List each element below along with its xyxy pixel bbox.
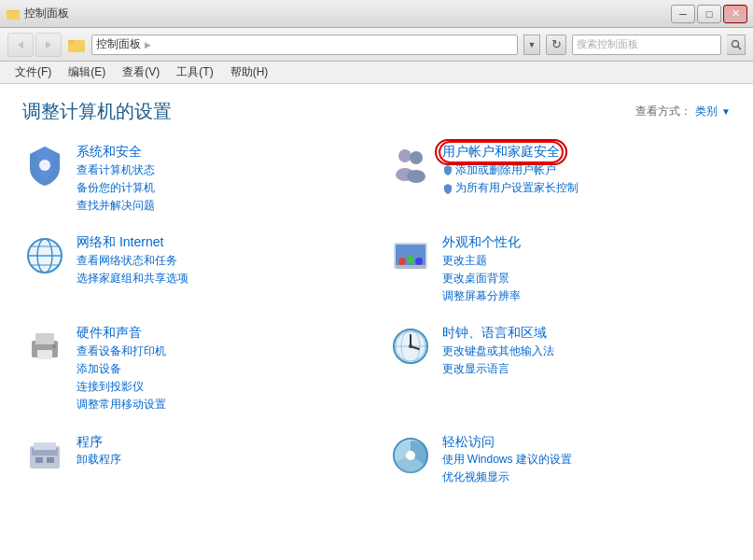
system-security-link-2[interactable]: 查找并解决问题 [77, 197, 366, 215]
system-security-link-0[interactable]: 查看计算机状态 [77, 161, 366, 179]
svg-point-13 [407, 170, 425, 183]
system-security-link-1[interactable]: 备份您的计算机 [77, 179, 366, 197]
minimize-button[interactable]: ─ [671, 5, 695, 23]
svg-rect-2 [7, 11, 20, 20]
programs-text: 程序 卸载程序 [77, 433, 366, 469]
search-placeholder: 搜索控制面板 [577, 37, 638, 51]
svg-rect-6 [68, 40, 75, 43]
clock-lang-link-1[interactable]: 更改显示语言 [442, 360, 732, 378]
hardware-link-3[interactable]: 调整常用移动设置 [77, 396, 366, 413]
svg-rect-28 [37, 350, 52, 359]
menu-view[interactable]: 查看(V) [115, 63, 167, 82]
title-bar-left: 控制面板 [6, 6, 69, 21]
system-security-text: 系统和安全 查看计算机状态 备份您的计算机 查找并解决问题 [77, 143, 366, 215]
hardware-title[interactable]: 硬件和声音 [77, 324, 366, 343]
svg-point-24 [407, 256, 414, 263]
svg-rect-39 [34, 442, 56, 450]
network-icon [22, 233, 67, 278]
svg-line-8 [737, 46, 741, 49]
hardware-link-0[interactable]: 查看设备和打印机 [77, 343, 366, 360]
address-arrow: ▶ [145, 40, 151, 49]
search-button[interactable] [727, 35, 746, 55]
clock-lang-text: 时钟、语言和区域 更改键盘或其他输入法 更改显示语言 [442, 324, 732, 378]
svg-point-12 [410, 151, 423, 164]
accessibility-icon [388, 433, 433, 478]
appearance-text: 外观和个性化 更改主题 更改桌面背景 调整屏幕分辨率 [442, 233, 732, 305]
svg-marker-3 [18, 41, 23, 49]
menu-edit[interactable]: 编辑(E) [61, 63, 113, 82]
accessibility-link-0[interactable]: 使用 Windows 建议的设置 [442, 451, 732, 469]
programs-link-0[interactable]: 卸载程序 [77, 451, 366, 469]
shield-small-icon [442, 164, 453, 175]
menu-file[interactable]: 文件(F) [7, 63, 59, 82]
refresh-button[interactable]: ↻ [546, 35, 566, 55]
list-item: 时钟、语言和区域 更改键盘或其他输入法 更改显示语言 [388, 324, 732, 413]
list-item: 外观和个性化 更改主题 更改桌面背景 调整屏幕分辨率 [388, 233, 732, 305]
svg-point-25 [415, 258, 423, 265]
view-value[interactable]: 类别 [695, 104, 718, 119]
address-bar[interactable]: 控制面板 ▶ [91, 35, 518, 55]
hardware-icon [22, 324, 67, 369]
address-text: 控制面板 [96, 36, 141, 52]
menu-bar: 文件(F) 编辑(E) 查看(V) 工具(T) 帮助(H) [0, 62, 753, 84]
shield-small-icon2 [442, 183, 453, 194]
system-security-icon [22, 143, 67, 188]
svg-point-43 [406, 451, 415, 460]
network-title[interactable]: 网络和 Internet [77, 233, 366, 252]
search-box[interactable]: 搜索控制面板 [572, 35, 721, 55]
content-area: 调整计算机的设置 查看方式： 类别 ▼ 系统和安全 查看 [0, 84, 753, 560]
appearance-link-1[interactable]: 更改桌面背景 [442, 270, 732, 287]
svg-rect-41 [47, 457, 54, 463]
hardware-link-1[interactable]: 添加设备 [77, 360, 366, 378]
list-item: 轻松访问 使用 Windows 建议的设置 优化视频显示 [388, 433, 732, 487]
network-text: 网络和 Internet 查看网络状态和任务 选择家庭组和共享选项 [77, 233, 366, 287]
user-accounts-link-1[interactable]: 为所有用户设置家长控制 [442, 179, 732, 197]
clock-lang-link-0[interactable]: 更改键盘或其他输入法 [442, 343, 732, 360]
list-item: 网络和 Internet 查看网络状态和任务 选择家庭组和共享选项 [22, 233, 366, 305]
svg-point-19 [28, 239, 62, 273]
network-link-0[interactable]: 查看网络状态和任务 [77, 252, 366, 270]
clock-lang-icon [388, 324, 433, 369]
user-accounts-link-0[interactable]: 添加或删除用户帐户 [442, 161, 732, 179]
user-accounts-title[interactable]: 用户帐户和家庭安全 [442, 143, 560, 161]
hardware-link-2[interactable]: 连接到投影仪 [77, 378, 366, 396]
svg-rect-22 [396, 265, 425, 269]
appearance-title[interactable]: 外观和个性化 [442, 233, 732, 252]
nav-folder-icon [67, 35, 86, 54]
view-dropdown-icon[interactable]: ▼ [721, 106, 731, 117]
nav-bar: 控制面板 ▶ ▼ ↻ 搜索控制面板 [0, 28, 753, 62]
programs-icon [22, 433, 67, 478]
list-item: 硬件和声音 查看设备和打印机 添加设备 连接到投影仪 调整常用移动设置 [22, 324, 366, 413]
menu-help[interactable]: 帮助(H) [223, 63, 276, 82]
menu-tools[interactable]: 工具(T) [169, 63, 220, 82]
network-link-1[interactable]: 选择家庭组和共享选项 [77, 270, 366, 287]
list-item: 用户帐户和家庭安全 添加或删除用户帐户 为所有用户设置家长控制 [388, 143, 732, 215]
page-title: 调整计算机的设置 [22, 99, 172, 124]
svg-point-10 [398, 149, 411, 162]
programs-title[interactable]: 程序 [77, 433, 366, 452]
user-accounts-icon [388, 143, 433, 188]
accessibility-title[interactable]: 轻松访问 [442, 433, 732, 452]
appearance-link-2[interactable]: 调整屏幕分辨率 [442, 287, 732, 305]
title-bar: 控制面板 ─ □ ✕ [0, 0, 753, 28]
appearance-icon [388, 233, 433, 278]
forward-button[interactable] [35, 33, 62, 57]
main-content: 调整计算机的设置 查看方式： 类别 ▼ 系统和安全 查看 [0, 84, 753, 560]
folder-icon [6, 7, 21, 21]
title-bar-controls: ─ □ ✕ [671, 5, 747, 23]
accessibility-link-1[interactable]: 优化视频显示 [442, 469, 732, 486]
view-label: 查看方式： [635, 104, 691, 119]
address-dropdown[interactable]: ▼ [523, 35, 540, 55]
svg-point-7 [732, 40, 738, 47]
user-accounts-text: 用户帐户和家庭安全 添加或删除用户帐户 为所有用户设置家长控制 [442, 143, 732, 197]
search-icon [731, 39, 742, 50]
content-header: 调整计算机的设置 查看方式： 类别 ▼ [22, 99, 731, 124]
appearance-link-0[interactable]: 更改主题 [442, 252, 732, 270]
system-security-title[interactable]: 系统和安全 [77, 143, 366, 161]
maximize-button[interactable]: □ [697, 5, 721, 23]
svg-marker-4 [46, 41, 51, 49]
back-button[interactable] [7, 33, 34, 57]
title-bar-text: 控制面板 [24, 6, 69, 21]
clock-lang-title[interactable]: 时钟、语言和区域 [442, 324, 732, 343]
close-button[interactable]: ✕ [723, 5, 747, 23]
